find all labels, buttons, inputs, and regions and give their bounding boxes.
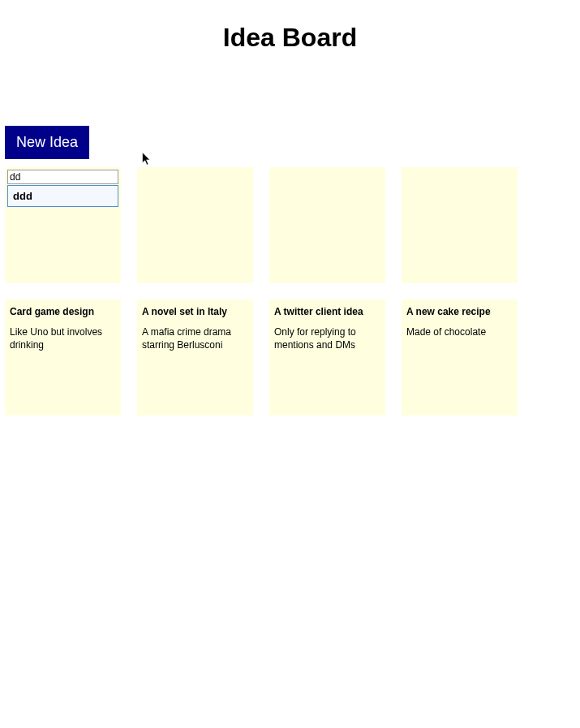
idea-card-title bbox=[137, 167, 253, 177]
idea-card[interactable] bbox=[402, 167, 518, 283]
autocomplete-suggestion[interactable]: ddd bbox=[7, 185, 118, 207]
idea-card-title: A novel set in Italy bbox=[137, 299, 253, 322]
idea-card-title: Card game design bbox=[5, 299, 121, 322]
page-title: Idea Board bbox=[0, 23, 580, 53]
idea-card-desc: Made of chocolate bbox=[402, 322, 518, 343]
idea-card-desc: Like Uno but involves drinking bbox=[5, 322, 121, 356]
idea-card[interactable]: A novel set in Italy A mafia crime drama… bbox=[137, 299, 253, 416]
idea-grid: ddd Card game design Like Uno but involv… bbox=[5, 167, 575, 416]
idea-card-title bbox=[402, 167, 518, 177]
idea-card-editing[interactable]: ddd bbox=[5, 167, 121, 283]
idea-card[interactable] bbox=[269, 167, 385, 283]
new-idea-button[interactable]: New Idea bbox=[5, 126, 89, 159]
idea-card[interactable]: A new cake recipe Made of chocolate bbox=[402, 299, 518, 416]
idea-card-title: A new cake recipe bbox=[402, 299, 518, 322]
idea-card[interactable] bbox=[137, 167, 253, 283]
idea-card[interactable]: A twitter client idea Only for replying … bbox=[269, 299, 385, 416]
idea-card[interactable]: Card game design Like Uno but involves d… bbox=[5, 299, 121, 416]
idea-card-title: A twitter client idea bbox=[269, 299, 385, 322]
idea-card-desc bbox=[269, 177, 385, 185]
idea-card-desc: A mafia crime drama starring Berlusconi bbox=[137, 322, 253, 356]
idea-card-desc: Only for replying to mentions and DMs bbox=[269, 322, 385, 356]
idea-card-desc bbox=[137, 177, 253, 185]
idea-card-desc bbox=[402, 177, 518, 185]
idea-card-title bbox=[269, 167, 385, 177]
idea-title-input[interactable] bbox=[7, 170, 118, 184]
